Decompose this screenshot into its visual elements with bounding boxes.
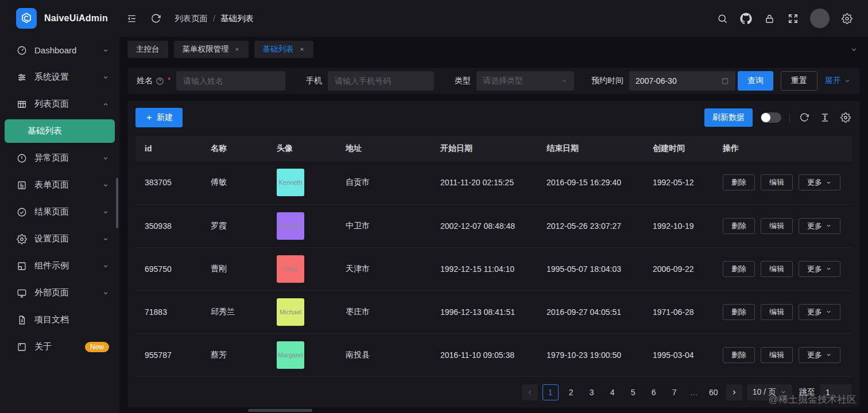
page-button[interactable]: 6: [646, 384, 662, 400]
more-button[interactable]: 更多: [799, 261, 840, 277]
close-icon[interactable]: [234, 46, 240, 52]
page-button[interactable]: 1: [542, 384, 559, 400]
prev-page-button[interactable]: [522, 384, 538, 400]
page-button[interactable]: 2: [563, 384, 579, 400]
horizontal-scrollbar[interactable]: [248, 409, 312, 412]
sidebar-item-result-pages[interactable]: 结果页面: [0, 198, 119, 225]
column-header-begin-date: 开始日期: [431, 136, 537, 161]
user-avatar[interactable]: [810, 9, 830, 28]
table-row: 695750 曹刚 Paul 天津市 1992-12-15 11:04:10 1…: [135, 247, 852, 290]
edit-button[interactable]: 编辑: [761, 261, 793, 277]
tab-basic-list[interactable]: 基础列表: [254, 41, 313, 58]
refresh-table-icon[interactable]: [798, 111, 811, 124]
table-settings-gear-icon[interactable]: [839, 111, 852, 124]
row-avatar: Kenneth: [277, 169, 304, 196]
striped-toggle[interactable]: [761, 112, 781, 123]
sidebar-item-component-examples[interactable]: 组件示例: [0, 252, 119, 279]
date-label: 预约时间: [591, 76, 623, 86]
page-size-select[interactable]: 10 / 页: [747, 384, 792, 400]
sidebar-item-about[interactable]: 关于 New: [0, 333, 119, 360]
reload-page-icon[interactable]: [146, 9, 165, 28]
edit-button[interactable]: 编辑: [761, 347, 793, 363]
alert-circle-icon: [17, 153, 27, 163]
tab-console[interactable]: 主控台: [127, 41, 168, 58]
reset-button[interactable]: 重置: [781, 71, 817, 91]
tabs-menu-chevron-icon[interactable]: [848, 44, 860, 56]
jump-to-input[interactable]: [820, 384, 852, 400]
header-mid: 列表页面 / 基础列表: [119, 9, 712, 28]
phone-input[interactable]: [328, 71, 434, 91]
date-picker[interactable]: 2007-06-30: [629, 71, 735, 91]
delete-button[interactable]: 删除: [723, 218, 755, 234]
row-avatar: Michael: [277, 298, 304, 326]
settings-gear-icon[interactable]: [837, 9, 857, 28]
form-icon: [17, 180, 27, 190]
sidebar-item-project-docs[interactable]: 项目文档: [0, 306, 119, 333]
sidebar-item-form-pages[interactable]: 表单页面: [0, 172, 119, 198]
table-row: 350938 罗霞 Brenda 中卫市 2002-12-07 08:48:48…: [135, 204, 852, 247]
tab-bar: 主控台 菜单权限管理 基础列表: [119, 37, 868, 62]
chevron-down-icon: [780, 389, 786, 395]
page-button[interactable]: 5: [625, 384, 641, 400]
close-icon[interactable]: [299, 46, 305, 52]
table-header-row: id 名称 头像 地址 开始日期 结束日期 创建时间 操作: [135, 136, 852, 161]
search-icon[interactable]: [712, 9, 732, 28]
jump-to-label: 跳至: [799, 387, 815, 398]
sidebar-item-basic-list[interactable]: 基础列表: [5, 119, 115, 143]
refresh-data-button[interactable]: 刷新数据: [704, 108, 753, 127]
more-button[interactable]: 更多: [799, 347, 840, 363]
sidebar-item-system-settings[interactable]: 系统设置: [0, 64, 119, 91]
help-circle-icon[interactable]: [156, 77, 164, 85]
edit-button[interactable]: 编辑: [761, 218, 793, 234]
edit-button[interactable]: 编辑: [761, 174, 793, 190]
create-button[interactable]: 新建: [135, 108, 183, 127]
sidebar-item-settings-pages[interactable]: 设置页面: [0, 225, 119, 252]
type-label: 类型: [455, 76, 471, 86]
chevron-down-icon: [826, 309, 832, 315]
sidebar-item-dashboard[interactable]: Dashboard: [0, 37, 119, 64]
more-button[interactable]: 更多: [799, 174, 840, 190]
lock-icon[interactable]: [760, 9, 779, 28]
sidebar-item-exception-pages[interactable]: 异常页面: [0, 145, 119, 172]
delete-button[interactable]: 删除: [723, 304, 755, 320]
name-input[interactable]: [176, 71, 285, 91]
column-header-avatar: 头像: [268, 136, 336, 161]
tab-menu-permission[interactable]: 菜单权限管理: [174, 41, 249, 58]
expand-toggle[interactable]: 展开: [825, 76, 851, 86]
more-button[interactable]: 更多: [799, 218, 840, 234]
sidebar-item-external-pages[interactable]: 外部页面: [0, 279, 119, 306]
row-avatar: Brenda: [277, 212, 304, 240]
chevron-down-icon: [102, 47, 109, 54]
page-button[interactable]: 4: [604, 384, 621, 400]
page-button[interactable]: 3: [584, 384, 600, 400]
breadcrumb: 列表页面 / 基础列表: [175, 13, 254, 24]
header: NaiveUiAdmin 列表页面 / 基础列表: [0, 0, 868, 37]
page-ellipsis: …: [687, 388, 701, 397]
table-toolbar: 新建 刷新数据: [135, 108, 852, 127]
sidebar-scrollbar[interactable]: [116, 178, 118, 228]
collapse-sidebar-icon[interactable]: [122, 9, 141, 28]
delete-button[interactable]: 删除: [723, 174, 755, 190]
filter-bar: 姓名 * 手机 类型 请选择类型: [127, 68, 860, 94]
page-button[interactable]: 7: [666, 384, 683, 400]
header-actions: [712, 9, 868, 28]
type-select[interactable]: 请选择类型: [476, 71, 574, 91]
delete-button[interactable]: 删除: [723, 347, 755, 363]
chevron-right-icon: [731, 389, 738, 396]
fullscreen-icon[interactable]: [783, 9, 803, 28]
app-logo-icon[interactable]: [16, 8, 37, 29]
chevron-down-icon: [561, 77, 568, 84]
github-icon[interactable]: [736, 9, 755, 28]
next-page-button[interactable]: [726, 384, 742, 400]
page-button[interactable]: 60: [706, 384, 722, 400]
sidebar-item-list-pages[interactable]: 列表页面: [0, 91, 119, 118]
query-button[interactable]: 查询: [738, 71, 773, 91]
breadcrumb-parent[interactable]: 列表页面: [175, 13, 208, 24]
table-row: 71883 邱秀兰 Michael 枣庄市 1996-12-13 08:41:5…: [135, 290, 852, 333]
row-density-icon[interactable]: [819, 111, 831, 124]
more-button[interactable]: 更多: [799, 304, 840, 320]
phone-label: 手机: [306, 76, 322, 86]
delete-button[interactable]: 删除: [723, 261, 755, 277]
divider: [789, 114, 790, 122]
edit-button[interactable]: 编辑: [761, 304, 793, 320]
